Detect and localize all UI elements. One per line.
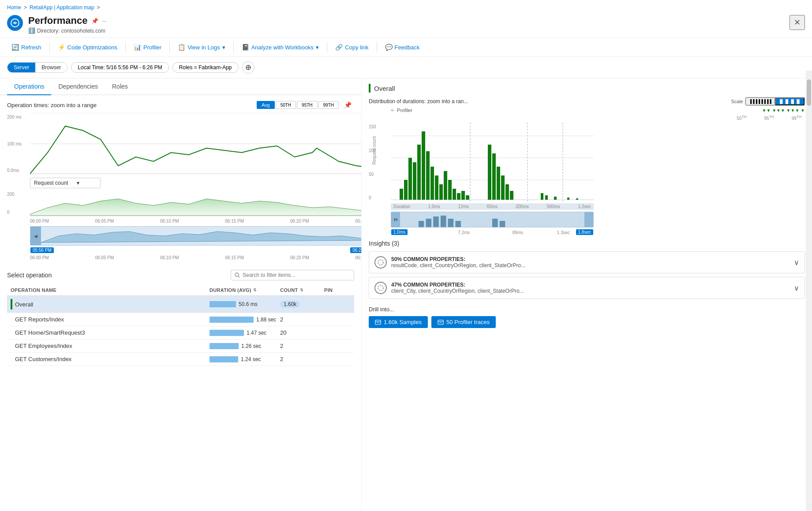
row-duration: 50.6 ms [210, 301, 280, 307]
linear-scale-button[interactable]: ▐▐▐▐▐▐▐▐ [745, 97, 775, 105]
dist-range-container: 1.0ms 1.8sec 7.2ms 89ms 1.3sec [369, 212, 805, 228]
toolbar-separator-5 [327, 42, 327, 52]
breadcrumb-home[interactable]: Home [7, 4, 21, 11]
search-input[interactable] [243, 272, 350, 278]
refresh-button[interactable]: 🔄 Refresh [7, 41, 46, 53]
svg-rect-26 [435, 175, 438, 200]
row-name: GET Home/SmartRequest3 [11, 329, 210, 336]
profiler-button[interactable]: 📊 Profiler [129, 41, 166, 53]
samples-button[interactable]: 1.60k Samples [369, 316, 428, 328]
dropdown-arrow: ▾ [222, 44, 225, 51]
dur-label-200ms: 200ms [516, 204, 529, 209]
time-filter-button[interactable]: Local Time: 5/16 5:56 PM - 6:26 PM [71, 62, 168, 73]
table-row[interactable]: GET Employees/Index 1.26 sec 2 [7, 339, 354, 353]
range-time-5: 06:25 PM [355, 255, 362, 260]
svg-rect-51 [419, 221, 424, 227]
svg-rect-44 [576, 198, 578, 200]
insights-section: Insights (3) 50% COMMON PROPERTIES: resu… [369, 240, 805, 299]
svg-rect-33 [466, 195, 469, 200]
close-button[interactable]: ✕ [790, 15, 805, 30]
tab-operations[interactable]: Operations [7, 78, 51, 95]
p50-button[interactable]: 50TH [276, 101, 296, 109]
scrollbar-thumb[interactable] [807, 79, 811, 106]
insight-header-1[interactable]: 50% COMMON PROPERTIES: resultCode, clien… [369, 252, 805, 273]
histogram-svg [391, 123, 594, 202]
code-optimizations-button[interactable]: ⚡ Code Optimizations [53, 41, 122, 53]
avg-button[interactable]: Avg [257, 101, 275, 109]
insight-expand-2[interactable]: ∨ [794, 284, 799, 292]
dist-mid-3: 1.3sec [557, 230, 570, 235]
dist-range-right-handle[interactable] [584, 212, 593, 227]
svg-rect-55 [448, 219, 454, 227]
duration-value: 50.6 ms [239, 301, 258, 307]
server-browser-toggle[interactable]: Server Browser [7, 62, 67, 73]
request-dropdown-container: Request count ▾ [7, 178, 354, 188]
tab-roles[interactable]: Roles [105, 78, 135, 95]
duration-value: 1.24 sec [241, 356, 261, 362]
duration-bar [210, 343, 239, 349]
filter-settings-button[interactable] [242, 61, 254, 74]
insight-card-1[interactable]: 50% COMMON PROPERTIES: resultCode, clien… [369, 251, 805, 273]
table-row[interactable]: Overall 50.6 ms 1.60k [7, 296, 354, 313]
request-count-dropdown[interactable]: Request count ▾ [30, 178, 101, 188]
refresh-icon: 🔄 [11, 44, 19, 51]
col-duration[interactable]: DURATION (AVG) ⇅ [210, 287, 280, 293]
title-content: Performance 📌 ··· ℹ️ Directory: contosoh… [28, 15, 790, 34]
p95-button[interactable]: 95TH [297, 101, 317, 109]
pin-icon[interactable]: 📌 [91, 18, 98, 24]
drill-title: Drill into... [369, 306, 805, 313]
svg-marker-8 [41, 231, 362, 242]
server-filter-button[interactable]: Server [7, 63, 35, 72]
p99-button[interactable]: 99TH [318, 101, 339, 109]
search-box[interactable] [231, 270, 354, 280]
svg-rect-38 [505, 184, 509, 200]
scrollbar[interactable] [806, 71, 812, 510]
insight-card-2[interactable]: 47% COMMON PROPERTIES: client_City, clie… [369, 277, 805, 299]
breadcrumb-app[interactable]: RetailApp | Application map [30, 4, 94, 11]
range-selector[interactable]: ◀ ▶ 05:56 PM 06:26 PM [30, 226, 362, 246]
time-label-0: 06:00 PM [30, 219, 49, 224]
chart-pin-button[interactable]: 📌 [341, 101, 354, 109]
dist-start-label: 1.0ms [391, 229, 408, 235]
table-row[interactable]: GET Home/SmartRequest3 1.47 sec 20 [7, 326, 354, 339]
table-row[interactable]: GET Reports/Index 1.88 sec 2 [7, 313, 354, 326]
analyze-workbooks-button[interactable]: 📓 Analyze with Workbooks ▾ [237, 41, 323, 53]
svg-rect-39 [510, 191, 513, 200]
feedback-button[interactable]: 💬 Feedback [381, 41, 424, 53]
toolbar-separator-4 [233, 42, 234, 52]
log-scale-button[interactable]: ▐▌▐▌▐▌▐▌ [775, 97, 805, 105]
dist-range-left-handle[interactable] [391, 212, 400, 227]
svg-rect-42 [554, 197, 557, 200]
roles-filter-button[interactable]: Roles = Fabrikam-App [172, 62, 239, 73]
compress-icon [393, 217, 398, 222]
more-icon[interactable]: ··· [102, 18, 107, 24]
col-count[interactable]: COUNT ⇅ [280, 287, 324, 293]
tab-dependencies[interactable]: Dependencies [51, 78, 105, 95]
range-time-3: 06:15 PM [225, 255, 244, 260]
tabs: Operations Dependencies Roles [0, 78, 361, 95]
svg-rect-34 [488, 145, 491, 200]
svg-rect-56 [455, 221, 461, 227]
col-pin: PIN [324, 287, 351, 293]
duration-bar [210, 317, 254, 323]
profiler-traces-button[interactable]: 50 Profiler traces [431, 316, 496, 328]
view-in-logs-button[interactable]: 📋 View in Logs ▾ [173, 41, 229, 53]
svg-rect-35 [492, 153, 496, 200]
range-left-handle[interactable]: ◀ [30, 227, 41, 245]
insight-header-2[interactable]: 47% COMMON PROPERTIES: client_City, clie… [369, 277, 805, 298]
duration-value: 1.88 sec [256, 317, 276, 323]
dist-range-selector[interactable]: 1.0ms 1.8sec 7.2ms 89ms 1.3sec [391, 212, 594, 228]
percentile-labels: 50TH 95TH 99TH [391, 115, 805, 121]
svg-rect-53 [433, 216, 439, 227]
scale-toggle[interactable]: ▐▐▐▐▐▐▐▐ ▐▌▐▌▐▌▐▌ [745, 97, 805, 106]
mini-y-0: 0 [7, 210, 15, 215]
svg-point-60 [378, 285, 383, 291]
copy-link-button[interactable]: 🔗 Copy link [331, 41, 373, 53]
table-header: OPERATION NAME DURATION (AVG) ⇅ COUNT ⇅ … [7, 285, 354, 296]
browser-filter-button[interactable]: Browser [35, 63, 67, 72]
svg-rect-27 [439, 184, 443, 200]
table-row[interactable]: GET Customers/Index 1.24 sec 2 [7, 353, 354, 366]
row-duration: 1.47 sec [210, 330, 280, 336]
profiler-markers: ▼▼ ▼▼▼ ▼▼▼ ▼ [762, 108, 805, 113]
insight-expand-1[interactable]: ∨ [794, 258, 799, 267]
